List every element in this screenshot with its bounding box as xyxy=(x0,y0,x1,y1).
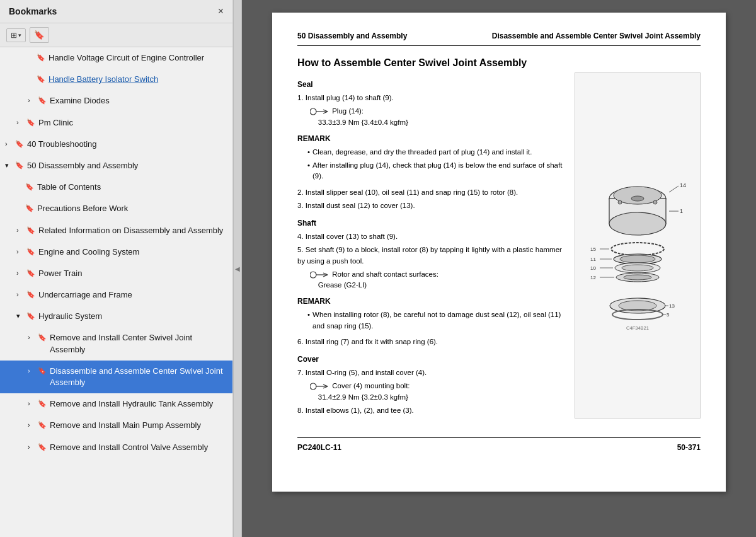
svg-point-23 xyxy=(611,243,664,255)
svg-text:1: 1 xyxy=(680,208,683,214)
tree-item-power-train[interactable]: ›🔖Power Train xyxy=(0,263,232,284)
tree-item-handle-battery[interactable]: 🔖Handle Battery Isolator Switch xyxy=(0,69,232,90)
expand-icon: ▾ xyxy=(5,161,14,170)
sidebar-title: Bookmarks xyxy=(9,6,57,16)
bookmark-icon: 🔖 xyxy=(37,74,45,84)
footer-model: PC240LC-11 xyxy=(297,443,341,452)
tree-item-50-disassembly[interactable]: ▾🔖50 Disassembly and Assembly xyxy=(0,155,232,176)
item-label[interactable]: Handle Battery Isolator Switch xyxy=(49,74,158,85)
torque-wrench-icon xyxy=(310,107,328,116)
header-title: Disassemble and Assemble Center Swivel J… xyxy=(492,32,701,40)
item-label: Disassemble and Assemble Center Swivel J… xyxy=(50,366,227,388)
close-button[interactable]: × xyxy=(218,6,224,16)
bookmark-icon: 🔖 xyxy=(38,333,47,342)
doc-content: Seal 1. Install plug (14) to shaft (9). … xyxy=(297,72,701,419)
step-7-sub: Cover (4) mounting bolt: 31.4±2.9 Nm {3.… xyxy=(310,381,564,403)
bookmarks-sidebar: Bookmarks × ⊞ ▾ 🔖 🔖Handle Voltage Circui… xyxy=(0,0,233,537)
item-label: Handle Voltage Circuit of Engine Control… xyxy=(49,52,204,64)
expand-icon: › xyxy=(28,399,37,408)
expand-icon: › xyxy=(5,139,14,149)
svg-point-18 xyxy=(618,200,622,204)
expand-icon: › xyxy=(28,366,37,376)
svg-point-4 xyxy=(310,272,316,278)
expand-icon: › xyxy=(16,290,25,299)
svg-text:11: 11 xyxy=(590,257,596,262)
item-label: Examine Diodes xyxy=(50,95,110,107)
bookmark-icon: 🔖 xyxy=(15,161,24,170)
step-1-sub: Plug (14): 33.3±3.9 Nm {3.4±0.4 kgfm} xyxy=(310,106,564,128)
tree-item-remove-hydraulic-tank[interactable]: ›🔖Remove and Install Hydraulic Tank Asse… xyxy=(0,393,232,415)
remark-2-item-1: When installing rotor (8), be careful no… xyxy=(307,309,564,332)
collapse-icon: ◀ xyxy=(235,265,240,272)
tree-item-disassemble-center-swivel[interactable]: ›🔖Disassemble and Assemble Center Swivel… xyxy=(0,361,232,393)
remark-1-item-2: After installing plug (14), check that p… xyxy=(307,160,564,182)
tree-item-undercarriage[interactable]: ›🔖Undercarriage and Frame xyxy=(0,284,232,306)
bookmark-icon: 🔖 xyxy=(26,290,35,299)
step-7: 7. Install O-ring (5), and install cover… xyxy=(297,367,564,378)
tree-item-examine-diodes[interactable]: ›🔖Examine Diodes xyxy=(0,90,232,112)
header-section: 50 Disassembly and Assembly xyxy=(297,32,407,40)
tree-item-precautions[interactable]: 🔖Precautions Before Work xyxy=(0,198,232,219)
svg-point-31 xyxy=(622,265,653,271)
item-label: Remove and Install Control Valve Assembl… xyxy=(50,442,208,453)
svg-text:C4F34B21: C4F34B21 xyxy=(626,325,649,331)
torque-wrench-icon-2 xyxy=(310,270,328,279)
bookmark-icon: 🔖 xyxy=(26,268,35,278)
item-label: Hydraulic System xyxy=(38,311,102,322)
bookmark-icon: 🔖 xyxy=(26,226,35,235)
sidebar-divider[interactable]: ◀ xyxy=(233,0,242,537)
step-5-sub: Rotor and shaft contact surfaces: Grease… xyxy=(310,269,564,291)
tree-item-hydraulic-system[interactable]: ▾🔖Hydraulic System xyxy=(0,306,232,327)
tree-item-related-info[interactable]: ›🔖Related Information on Disassembly and… xyxy=(0,220,232,241)
tree-item-remove-main-pump[interactable]: ›🔖Remove and Install Main Pump Assembly xyxy=(0,415,232,436)
expand-icon: › xyxy=(16,268,25,278)
bookmark-icon: 🔖 xyxy=(38,366,47,376)
svg-point-27 xyxy=(620,255,655,263)
expand-icon: › xyxy=(16,247,25,257)
item-label: 50 Disassembly and Assembly xyxy=(27,160,138,171)
svg-point-16 xyxy=(631,196,644,201)
bookmark-button[interactable]: 🔖 xyxy=(30,27,49,43)
bookmark-icon: 🔖 xyxy=(15,139,24,149)
bookmark-icon: 🔖 xyxy=(38,420,47,430)
footer-page-num: 50-371 xyxy=(677,443,701,452)
tree-item-handle-voltage[interactable]: 🔖Handle Voltage Circuit of Engine Contro… xyxy=(0,47,232,69)
step-4: 4. Install cover (13) to shaft (9). xyxy=(297,231,564,242)
step-1: 1. Install plug (14) to shaft (9). xyxy=(297,93,564,103)
bookmark-icon: 🔖 xyxy=(25,182,34,192)
layout-button[interactable]: ⊞ ▾ xyxy=(6,28,26,42)
dropdown-arrow: ▾ xyxy=(18,32,21,38)
item-label: Related Information on Disassembly and A… xyxy=(38,225,223,236)
item-label: Power Train xyxy=(38,268,82,279)
expand-icon: › xyxy=(16,226,25,235)
svg-point-35 xyxy=(624,275,651,280)
tree-item-remove-center-swivel[interactable]: ›🔖Remove and Install Center Swivel Joint… xyxy=(0,327,232,360)
tree-item-table-of-contents[interactable]: 🔖Table of Contents xyxy=(0,176,232,198)
tree-item-40-troubleshooting[interactable]: ›🔖40 Troubleshooting xyxy=(0,134,232,155)
tree-item-remove-control-valve[interactable]: ›🔖Remove and Install Control Valve Assem… xyxy=(0,437,232,458)
cover-section-label: Cover xyxy=(297,354,564,365)
tree-item-pm-clinic[interactable]: ›🔖Pm Clinic xyxy=(0,112,232,134)
remark-1-item-1: Clean, degrease, and dry the threaded pa… xyxy=(307,147,564,158)
main-content: 50 Disassembly and Assembly Disassemble … xyxy=(242,0,756,537)
sidebar-header: Bookmarks × xyxy=(0,0,232,23)
bookmark-icon: 🔖 xyxy=(25,204,34,213)
svg-point-8 xyxy=(310,383,316,390)
bookmark-tree: 🔖Handle Voltage Circuit of Engine Contro… xyxy=(0,47,232,537)
page-footer: PC240LC-11 50-371 xyxy=(297,437,701,452)
remark-2-title: REMARK xyxy=(297,296,564,307)
item-label: Engine and Cooling System xyxy=(38,246,139,258)
bookmark-icon: 🔖 xyxy=(38,399,47,408)
svg-text:10: 10 xyxy=(590,265,596,271)
remark-2: REMARK When installing rotor (8), be car… xyxy=(297,296,564,332)
tree-item-engine-cooling[interactable]: ›🔖Engine and Cooling System xyxy=(0,241,232,263)
shaft-section-label: Shaft xyxy=(297,217,564,229)
svg-point-0 xyxy=(310,108,316,115)
page-header: 50 Disassembly and Assembly Disassemble … xyxy=(297,32,701,46)
bookmark-icon: 🔖 xyxy=(38,96,47,105)
step-2: 2. Install slipper seal (10), oil seal (… xyxy=(297,187,564,198)
layout-icon: ⊞ xyxy=(11,31,17,40)
remark-1: REMARK Clean, degrease, and dry the thre… xyxy=(297,133,564,182)
doc-title: How to Assemble Center Swivel Joint Asse… xyxy=(297,57,701,69)
svg-line-19 xyxy=(669,186,679,192)
